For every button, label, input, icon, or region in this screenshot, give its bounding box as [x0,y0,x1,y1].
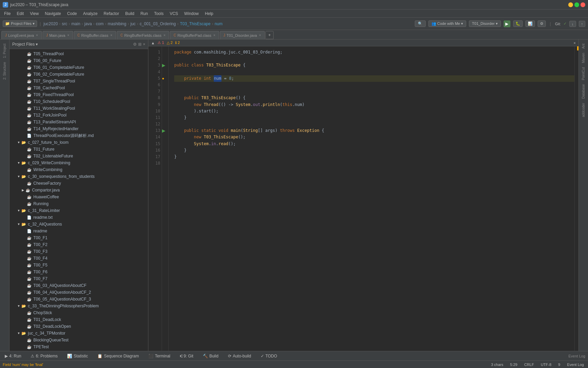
tab-ringbufferpad[interactable]: C RingBufferPad.class × [170,31,219,39]
tree-folder-c030[interactable]: ▼ 📂 c_30_somequestions_from_students [10,173,148,180]
maximize-button[interactable] [574,2,579,7]
tree-item-huawei[interactable]: ☕ HuaweiCoffee [10,194,148,200]
tree-item-t13[interactable]: ☕ T13_ParallelStreamAPI [10,119,148,125]
tab-longevent[interactable]: J LongEvent.java × [1,31,42,39]
tab-close-t01disorder[interactable]: × [259,33,261,37]
search-everywhere-btn[interactable]: 🔍 [415,20,426,27]
breadcrumb-src[interactable]: src [62,21,67,26]
window-controls[interactable] [568,2,585,7]
tree-folder-c034[interactable]: ▼ 📂 juc_c_34_TPMonitor [10,330,148,337]
tree-item-t00f6[interactable]: ☕ T00_F6 [10,269,148,275]
tab-ringbuffer[interactable]: C RingBuffer.class × [74,31,116,39]
tree-item-t0605[interactable]: ☕ T06_05_AliQuestionAboutCF_3 [10,296,148,303]
tree-item-t00f1[interactable]: ☕ T00_F1 [10,234,148,241]
tree-item-chopstick[interactable]: ☕ ChopStick [10,309,148,316]
tree-folder-c027[interactable]: ▼ 📂 c_027_future_to_loom [10,139,148,146]
menu-vcs[interactable]: VCS [167,11,181,17]
breadcrumb-com[interactable]: com [96,21,104,26]
tab-close-main[interactable]: × [67,33,69,37]
addcoder-label[interactable]: addcoder [581,102,586,119]
tree-item-t05[interactable]: ☕ T05_ThreadPool [10,50,148,57]
menu-window[interactable]: Window [181,11,201,17]
event-log-btn[interactable]: Event Log [568,354,585,358]
breadcrumb-main[interactable]: main [71,21,80,26]
todo-tab[interactable]: ✓ TODO [259,353,279,359]
tree-folder-c031[interactable]: ▼ 📂 c_31_RateLimiter [10,207,148,214]
structure-panel-label[interactable]: 2: Structure [2,61,7,81]
tree-folder-c029[interactable]: ▼ 📂 c_029_WriteCombining [10,159,148,166]
tree-item-threadpool-md[interactable]: 📄 ThreadPoolExecutor源码解析.md [10,132,148,139]
tree-item-t01future[interactable]: ☕ T01_Future [10,146,148,153]
pointcut-label[interactable]: PointCut [581,66,586,81]
encoding[interactable]: UTF-8 [539,362,553,367]
close-button[interactable] [581,2,585,7]
coverage-btn[interactable]: 📊 [525,20,535,27]
tree-folder-c032[interactable]: ▼ 📂 c_32_AliQuestions [10,221,148,228]
menu-code[interactable]: Code [64,11,80,17]
breadcrumb-java[interactable]: java [84,21,92,26]
build-tab[interactable]: 🔨 Build [201,353,220,359]
tab-close-ringbuffer[interactable]: × [110,33,112,37]
tree-item-running[interactable]: ☕ Running [10,200,148,207]
indent[interactable]: 9 [557,362,561,367]
run-tab[interactable]: ▶ 4: Run [3,353,23,359]
breadcrumb-class[interactable]: T03_ThisEscape [180,21,211,26]
menu-analyze[interactable]: Analyze [80,11,100,17]
tree-folder-c033[interactable]: ▼ 📂 c_33_TheDinningPhilosophersProblem [10,303,148,309]
git-branch[interactable]: CRLF [523,362,535,367]
tab-main[interactable]: J Main.java × [43,31,73,39]
code-with-me-btn[interactable]: 👥 Code with Me ▾ [428,20,466,27]
tree-item-t00f3[interactable]: ☕ T00_F3 [10,248,148,255]
run-button[interactable]: ▶ [504,20,510,27]
tree-item-t01deadlock[interactable]: ☕ T01_DeadLock [10,316,148,323]
tree-item-writecomb[interactable]: ☕ WriteCombining [10,166,148,173]
tab-t01disorder[interactable]: J T01_Disorder.java × [220,31,265,39]
char-count[interactable]: 3 chars [490,362,505,367]
code-content[interactable]: package com.mashibing.juc.c_001_03_Order… [169,46,574,351]
tree-item-t14[interactable]: ☕ T14_MyRejectedHandler [10,125,148,132]
breadcrumb-juc2020[interactable]: juc2020 [44,21,58,26]
project-panel-settings[interactable]: ⚙ [133,42,137,47]
run-config-btn[interactable]: T01_Disorder ▾ [469,20,501,27]
minimize-button[interactable] [568,2,573,7]
git-tab[interactable]: ⑆ 9: Git [178,353,196,359]
push-btn[interactable]: ↑ [579,21,586,27]
breadcrumb-field[interactable]: num [215,21,223,26]
breadcrumb-juc[interactable]: juc [130,21,135,26]
new-tab-btn[interactable]: + [265,31,274,39]
menu-refactor[interactable]: Refactor [101,11,122,17]
update-btn[interactable]: ↓ [569,21,576,27]
event-log-status[interactable]: Event Log [566,362,585,367]
tree-item-t00f4[interactable]: ☕ T00_F4 [10,255,148,262]
tree-item-t00f5[interactable]: ☕ T00_F5 [10,262,148,269]
menu-navigate[interactable]: Navigate [42,11,64,17]
tab-close-longevent[interactable]: × [36,33,38,37]
tree-item-t00f7[interactable]: ☕ T00_F7 [10,275,148,282]
auto-build-tab[interactable]: ⟳ Auto-build [226,353,253,359]
tree-item-t06comp2[interactable]: ☕ T06_02_CompletableFuture [10,71,148,78]
menu-view[interactable]: View [27,11,42,17]
debug-btn[interactable]: 🐛 [513,20,523,27]
tree-item-t0603[interactable]: ☕ T06_03_AliQuestionAboutCF [10,282,148,289]
tree-item-t10[interactable]: ☕ T10_ScheduledPool [10,98,148,105]
tree-item-t00f2[interactable]: ☕ T00_F2 [10,241,148,248]
more-actions-btn[interactable]: ⚙ [538,20,546,27]
terminal-tab[interactable]: ⬛ Terminal [146,353,172,359]
tree-item-readme2[interactable]: 📄 readme [10,228,148,234]
line-col[interactable]: 5:29 [509,362,519,367]
tree-item-compartor[interactable]: ▶ ☕ Compartor.java [10,187,148,194]
tree-item-t12[interactable]: ☕ T12_ForkJoinPool [10,112,148,119]
menu-edit[interactable]: Edit [14,11,27,17]
close-error-bar[interactable]: × [574,41,576,45]
tree-item-t06comp1[interactable]: ☕ T06_01_CompletableFuture [10,64,148,71]
tree-item-t02deadlockopen[interactable]: ☕ T02_DeadLockOpen [10,323,148,330]
breadcrumb-mashibing[interactable]: mashibing [108,21,127,26]
tab-ringbufferfields[interactable]: C RingBufferFields.class × [117,31,169,39]
database-label[interactable]: Database [581,83,586,100]
ant-label[interactable]: Ant [581,42,586,50]
menu-tools[interactable]: Tools [151,11,166,17]
problems-tab[interactable]: ⚠ 6: Problems [29,353,60,359]
menu-file[interactable]: File [1,11,13,17]
tree-item-t09[interactable]: ☕ T09_FixedThreadPool [10,91,148,98]
sequence-diagram-tab[interactable]: 📋 Sequence Diagram [95,353,141,359]
